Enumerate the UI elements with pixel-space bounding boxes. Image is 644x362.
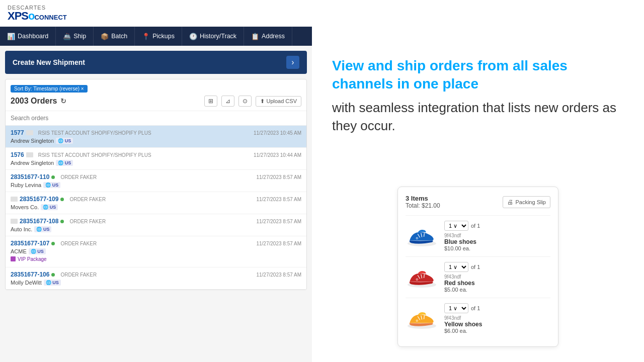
product-image-red — [406, 263, 438, 291]
nav-batch-label: Batch — [111, 33, 127, 40]
nav-address[interactable]: 📋 Address — [244, 27, 292, 46]
order-customer: Andrew Singleton 🌐 US — [11, 160, 73, 166]
svg-point-5 — [417, 279, 418, 280]
orders-count: 2003 Orders ↻ — [11, 97, 66, 106]
qty-select-yellow[interactable]: 1 ∨ — [444, 303, 468, 313]
customer-flag: 🌐 US — [56, 138, 73, 144]
table-row[interactable]: 1577 RSIS TEST ACCOUNT SHOPIFY/SHOPIFY P… — [6, 126, 306, 148]
customer-flag: 🌐 US — [56, 160, 73, 166]
channel-icon — [11, 197, 18, 202]
sort-badge[interactable]: Sort By: Timestamp (reverse) × — [11, 85, 88, 93]
customer-flag: 🌐 US — [44, 280, 61, 286]
promo-subtext: with seamless integration that lists new… — [332, 99, 624, 135]
nav-ship[interactable]: 🚢 Ship — [56, 27, 94, 46]
of-text-red: of 1 — [471, 264, 480, 270]
promo-text: View and ship orders from all sales chan… — [332, 15, 624, 176]
qty-select-red[interactable]: 1 ∨ — [444, 262, 468, 272]
order-timestamp: 11/27/2023 10:45 AM — [254, 130, 301, 136]
refresh-icon[interactable]: ↻ — [60, 97, 66, 105]
order-id: 28351677-108 — [20, 218, 58, 225]
packing-slip-button[interactable]: 🖨 Packing Slip — [503, 196, 550, 208]
nav-ship-label: Ship — [73, 33, 86, 40]
table-row[interactable]: 28351677-107 ORDER FAKER 11/27/2023 8:57… — [6, 236, 306, 267]
nav-pickups[interactable]: 📍 Pickups — [135, 27, 182, 46]
svg-point-2 — [417, 237, 418, 238]
logo-xps: XPSo — [8, 11, 34, 22]
order-timestamp: 11/27/2023 8:57 AM — [256, 197, 301, 202]
search-input[interactable] — [6, 111, 306, 126]
product-details-red: 1 ∨ of 1 9f43ndf Red shoes $5.00 ea. — [444, 262, 550, 293]
order-timestamp: 11/27/2023 8:57 AM — [256, 219, 301, 224]
columns-button[interactable]: ⊙ — [238, 96, 252, 107]
nav-dashboard-label: Dashboard — [18, 33, 48, 40]
order-id: 28351677-107 — [11, 240, 49, 247]
product-price-red: $5.00 ea. — [444, 287, 550, 293]
order-timestamp: 11/27/2023 8:57 AM — [256, 272, 301, 278]
product-image-yellow — [406, 305, 438, 332]
logo-bar: DESCARTES XPSo CONNECT — [0, 0, 312, 27]
filter-button[interactable]: ⊿ — [221, 96, 234, 107]
create-shipment-bar[interactable]: Create New Shipment › — [5, 51, 307, 74]
of-text-blue: of 1 — [471, 223, 480, 229]
product-sku-yellow: 9f43ndf — [444, 315, 550, 321]
customer-flag: 🌐 US — [41, 204, 58, 210]
orders-section: Sort By: Timestamp (reverse) × 2003 Orde… — [5, 79, 307, 290]
nav-address-label: Address — [262, 33, 285, 40]
list-item: 1 ∨ of 1 9f43ndf Blue shoes $10.00 ea. — [406, 215, 550, 256]
order-source: RSIS TEST ACCOUNT SHOPIFY/SHOPIFY PLUS — [38, 152, 151, 158]
packing-slip-label: Packing Slip — [515, 199, 546, 205]
create-shipment-label: Create New Shipment — [13, 58, 85, 66]
vip-icon — [11, 256, 16, 261]
customer-name: Andrew Singleton — [11, 138, 54, 144]
qty-select-blue[interactable]: 1 ∨ — [444, 221, 468, 231]
dashboard-icon: 📊 — [7, 33, 15, 40]
customer-name: Movers Co. — [11, 204, 39, 210]
upload-icon: ⬆ — [260, 98, 265, 105]
order-card-info: 3 Items Total: $21.00 — [406, 195, 440, 209]
batch-icon: 📦 — [101, 33, 109, 40]
table-row[interactable]: 28351677-109 ORDER FAKER 11/27/2023 8:57… — [6, 192, 306, 214]
nav-history[interactable]: 🕐 History/Track — [182, 27, 244, 46]
customer-flag: 🌐 US — [34, 226, 51, 232]
table-row[interactable]: 1576 RSIS TEST ACCOUNT SHOPIFY/SHOPIFY P… — [6, 148, 306, 170]
table-row[interactable]: 28351677-110 ORDER FAKER 11/27/2023 8:57… — [6, 170, 306, 192]
order-card: 3 Items Total: $21.00 🖨 Packing Slip — [397, 187, 558, 347]
left-panel: DESCARTES XPSo CONNECT 📊 Dashboard 🚢 Shi… — [0, 0, 312, 362]
grid-view-button[interactable]: ⊞ — [204, 96, 217, 107]
channel-icon — [26, 152, 33, 157]
customer-flag: 🌐 US — [43, 182, 60, 188]
order-id: 1576 — [11, 151, 24, 158]
product-name-blue: Blue shoes — [444, 238, 550, 245]
pickups-icon: 📍 — [142, 33, 150, 40]
orders-header: Sort By: Timestamp (reverse) × 2003 Orde… — [6, 79, 306, 111]
upload-csv-button[interactable]: ⬆ Upload CSV — [256, 96, 301, 107]
product-details-blue: 1 ∨ of 1 9f43ndf Blue shoes $10.00 ea. — [444, 221, 550, 251]
logo-o: o — [28, 10, 34, 22]
order-source: ORDER FAKER — [69, 219, 106, 224]
source-dot — [51, 175, 55, 179]
product-price-blue: $10.00 ea. — [444, 245, 550, 251]
order-source: ORDER FAKER — [60, 174, 97, 180]
customer-flag: 🌐 US — [29, 248, 46, 254]
nav-history-label: History/Track — [200, 33, 236, 40]
list-item: 1 ∨ of 1 9f43ndf Yellow shoes $6.00 ea. — [406, 298, 550, 339]
source-dot — [51, 273, 55, 277]
customer-name: Molly DeWitt — [11, 280, 42, 286]
table-row[interactable]: 28351677-108 ORDER FAKER 11/27/2023 8:57… — [6, 214, 306, 236]
channel-icon — [11, 219, 18, 224]
source-dot — [51, 242, 55, 245]
nav-dashboard[interactable]: 📊 Dashboard — [0, 27, 56, 46]
order-customer: Molly DeWitt 🌐 US — [11, 280, 61, 286]
nav-batch[interactable]: 📦 Batch — [94, 27, 135, 46]
customer-name: Ruby Levina — [11, 182, 41, 188]
channel-icon — [26, 130, 33, 135]
order-id: 28351677-106 — [11, 271, 49, 278]
svg-point-8 — [417, 320, 418, 321]
product-image-blue — [406, 222, 438, 250]
order-source: RSIS TEST ACCOUNT SHOPIFY/SHOPIFY PLUS — [38, 130, 151, 136]
orders-list: 1577 RSIS TEST ACCOUNT SHOPIFY/SHOPIFY P… — [6, 126, 306, 290]
source-dot — [60, 198, 64, 201]
ship-icon: 🚢 — [63, 33, 71, 40]
customer-name: Andrew Singleton — [11, 160, 54, 166]
table-row[interactable]: 28351677-106 ORDER FAKER 11/27/2023 8:57… — [6, 267, 306, 290]
